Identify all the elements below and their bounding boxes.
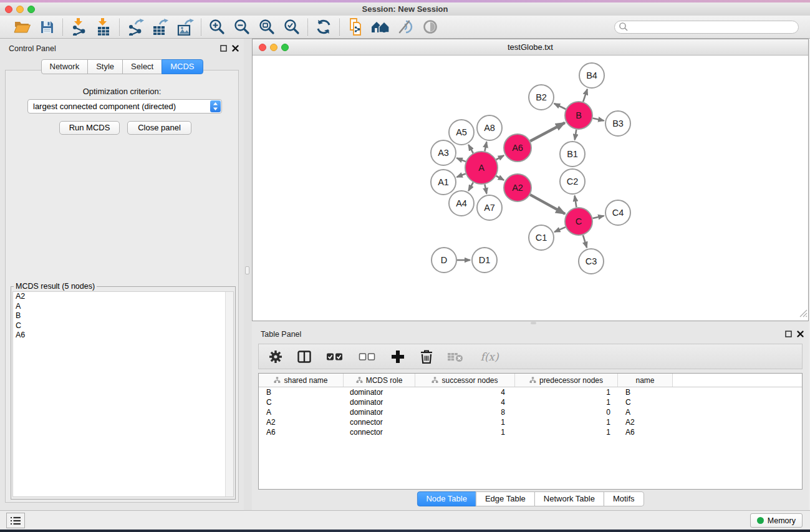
close-panel-icon[interactable] [797,331,804,337]
node-A6[interactable]: A6 [504,134,531,162]
edge-A-A6[interactable] [496,155,504,160]
zoom-selected-icon[interactable] [282,17,302,36]
tab-network[interactable]: Network [41,59,88,74]
result-item[interactable]: A [13,302,233,312]
float-panel-icon[interactable] [785,331,792,337]
column-header-predecessor-nodes[interactable]: predecessor nodes [515,374,618,387]
node-C2[interactable]: C2 [560,169,585,194]
node-B[interactable]: B [565,102,592,129]
network-graph[interactable]: B4B2BB3B1A5A8A6A3AA1A2C2A4A7C4CC1C3DD1 [253,56,808,321]
tab-style[interactable]: Style [87,59,123,74]
float-panel-icon[interactable] [220,45,227,52]
zoom-out-icon[interactable] [232,17,252,36]
clone-network-icon[interactable] [345,17,365,36]
edge-B-B4[interactable] [583,89,587,102]
result-item[interactable]: C [13,321,233,331]
edge-A-A5[interactable] [468,145,473,153]
edge-A-A4[interactable] [468,183,473,191]
node-D1[interactable]: D1 [472,248,497,273]
edge-C-C3[interactable] [583,235,587,248]
window-titlebar[interactable]: Session: New Session [0,2,810,16]
node-B3[interactable]: B3 [605,111,630,136]
table-row[interactable]: A6connector11A6 [259,427,802,437]
export-network-icon[interactable] [125,17,145,36]
node-A2[interactable]: A2 [504,174,531,201]
node-D[interactable]: D [432,248,456,273]
search-field[interactable] [614,21,799,34]
edge-A2-C[interactable] [530,195,565,214]
edge-A-A2[interactable] [496,176,504,180]
close-panel-button[interactable]: Close panel [127,121,191,135]
import-network-icon[interactable] [69,17,89,36]
tab-network-table[interactable]: Network Table [534,491,604,506]
export-table-icon[interactable] [150,17,170,36]
show-graphics-details-icon[interactable] [420,17,440,36]
table-row[interactable]: Adominator80A [259,407,802,417]
run-mcds-button[interactable]: Run MCDS [59,121,120,135]
node-C[interactable]: C [565,208,592,235]
delete-table-icon[interactable] [447,349,463,365]
table-row[interactable]: Bdominator41B [259,387,802,397]
column-header-successor-nodes[interactable]: successor nodes [415,374,515,387]
show-panels-button[interactable] [6,513,25,528]
first-neighbors-icon[interactable] [370,17,390,36]
result-item[interactable]: A2 [13,292,233,302]
node-A3[interactable]: A3 [431,140,456,165]
table-row[interactable]: Cdominator41C [259,397,802,407]
table-options-icon[interactable] [268,349,284,365]
edge-A-A1[interactable] [457,174,466,177]
result-item[interactable]: A6 [13,331,233,341]
node-B1[interactable]: B1 [560,142,585,167]
network-canvas[interactable]: B4B2BB3B1A5A8A6A3AA1A2C2A4A7C4CC1C3DD1 [253,56,808,321]
tab-mcds[interactable]: MCDS [162,59,203,74]
node-C4[interactable]: C4 [605,200,630,225]
import-table-icon[interactable] [94,17,113,36]
node-A7[interactable]: A7 [477,195,502,220]
export-image-icon[interactable] [175,17,195,36]
node-C1[interactable]: C1 [529,225,554,250]
edge-A-A3[interactable] [456,158,466,162]
column-header-name[interactable]: name [618,374,673,387]
open-session-icon[interactable] [12,17,32,36]
network-window-titlebar[interactable]: testGlobe.txt [253,39,808,56]
node-C3[interactable]: C3 [579,249,604,274]
node-A1[interactable]: A1 [431,170,456,195]
function-builder-icon[interactable]: f(x) [476,349,503,365]
vertical-splitter[interactable] [244,39,252,510]
search-input[interactable] [629,22,794,31]
criterion-select[interactable]: largest connected component (directed) [27,99,222,114]
zoom-in-icon[interactable] [207,17,227,36]
select-all-columns-icon[interactable] [325,349,345,365]
edge-B-B3[interactable] [593,118,604,121]
splitter-grip[interactable] [245,266,249,274]
table-row[interactable]: A2connector11A2 [259,417,802,427]
edge-A-A8[interactable] [485,142,486,152]
column-header-MCDS-role[interactable]: MCDS role [344,374,415,387]
node-B4[interactable]: B4 [579,63,604,88]
result-scrollbar[interactable] [225,292,233,496]
edge-A-A7[interactable] [485,185,486,194]
save-session-icon[interactable] [37,17,57,36]
node-A[interactable]: A [465,152,498,184]
zoom-fit-icon[interactable] [257,17,277,36]
memory-button[interactable]: Memory [750,513,803,528]
node-A5[interactable]: A5 [449,120,474,145]
unselect-all-columns-icon[interactable] [357,349,377,365]
result-item[interactable]: B [13,311,233,321]
node-table[interactable]: shared nameMCDS rolesuccessor nodesprede… [258,373,803,490]
close-panel-icon[interactable] [232,45,239,52]
apply-layout-icon[interactable] [314,17,334,36]
window-resize-grip[interactable] [799,309,808,320]
tab-motifs[interactable]: Motifs [604,491,644,506]
show-columns-icon[interactable] [296,349,312,365]
edge-C-C1[interactable] [554,227,566,232]
create-column-icon[interactable] [390,349,406,365]
hide-selected-icon[interactable] [395,17,415,36]
tab-node-table[interactable]: Node Table [417,491,476,506]
edge-A6-B[interactable] [530,123,565,142]
node-B2[interactable]: B2 [529,85,554,110]
edge-B-B2[interactable] [554,104,566,109]
node-A8[interactable]: A8 [477,115,502,140]
column-header-shared-name[interactable]: shared name [259,374,344,387]
tab-edge-table[interactable]: Edge Table [476,491,535,506]
